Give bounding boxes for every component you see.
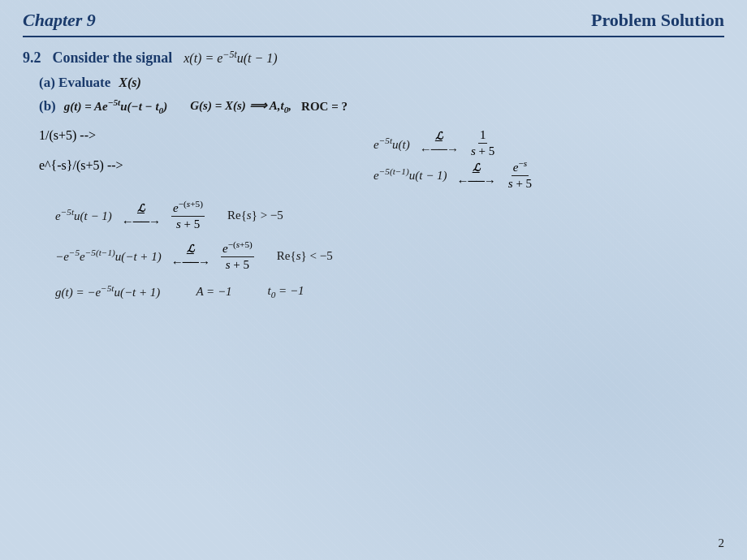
- final-result-row: g(t) = −e−5tu(−t + 1) A = −1 t0 = −1: [23, 283, 724, 299]
- final-g: g(t) = −e−5tu(−t + 1): [55, 283, 160, 299]
- roc-condition-2: Re{s} > −5: [227, 209, 283, 222]
- final-t0: t0 = −1: [268, 284, 304, 299]
- part-b-formula-g: g(t) = Ae−5tu(−t − t0): [64, 97, 167, 115]
- section-header: 9.2 Consider the signal x(t) = e−5tu(t −…: [23, 49, 724, 67]
- transform-3-signal: −e−5e−5(t−1)u(−t + 1): [55, 248, 162, 264]
- transform-1-right-signal: e−5(t−1)u(t − 1): [374, 166, 447, 183]
- transform-1-left-arrow: ℒ ←──→: [420, 130, 458, 157]
- page-number: 2: [719, 536, 725, 550]
- section-number: 9.2: [23, 50, 41, 67]
- roc-condition-3: Re{s} < −5: [277, 249, 333, 263]
- part-b-formula-G: G(s) = X(s) ⟹ A,t0,: [190, 98, 291, 114]
- transform-2-result: e−(s+5) s + 5: [170, 199, 206, 231]
- page-header: Chapter 9 Problem Solution: [23, 10, 724, 37]
- transform-1-right: e−5(t−1)u(t − 1) ℒ ←──→ e−s s + 5: [374, 158, 708, 191]
- transform-1-left: e−5tu(t) ℒ ←──→ 1 s + 5: [374, 128, 708, 158]
- transform-row-3: −e−5e−5(t−1)u(−t + 1) ℒ ←──→ e−(s+5) s +…: [23, 239, 724, 272]
- transform-3-result: e−(s+5) s + 5: [219, 239, 256, 272]
- transform-2-signal: e−5tu(t − 1): [55, 207, 112, 223]
- transform-grid-1: 1/(s+5) --> e−5tu(t) ℒ ←──→ 1 s + 5 e^{-…: [23, 128, 724, 191]
- problem-solution-title: Problem Solution: [591, 10, 724, 31]
- transform-1-right-result: e−s s + 5: [505, 158, 535, 191]
- signal-formula: x(t) = e−5tu(t − 1): [184, 49, 277, 66]
- transform-1-right-arrow: ℒ ←──→: [457, 162, 495, 188]
- transform-row-2: e−5tu(t − 1) ℒ ←──→ e−(s+5) s + 5 Re{s} …: [23, 199, 724, 231]
- transform-1-left-signal: e−5tu(t): [374, 136, 410, 152]
- roc-question: ROC = ?: [301, 100, 348, 114]
- final-A: A = −1: [196, 285, 231, 299]
- transform-3-arrow: ℒ ←──→: [171, 243, 209, 269]
- transform-2-arrow: ℒ ←──→: [122, 202, 160, 229]
- part-a-formula: X(s): [119, 75, 141, 90]
- part-a-label: (a) Evaluate X(s): [39, 75, 724, 91]
- chapter-title: Chapter 9: [23, 10, 96, 31]
- section-consider: Consider the signal: [53, 50, 173, 67]
- transform-1-left-result: 1 s + 5: [468, 128, 498, 158]
- part-b-label: (b) g(t) = Ae−5tu(−t − t0) G(s) = X(s) ⟹…: [39, 97, 724, 115]
